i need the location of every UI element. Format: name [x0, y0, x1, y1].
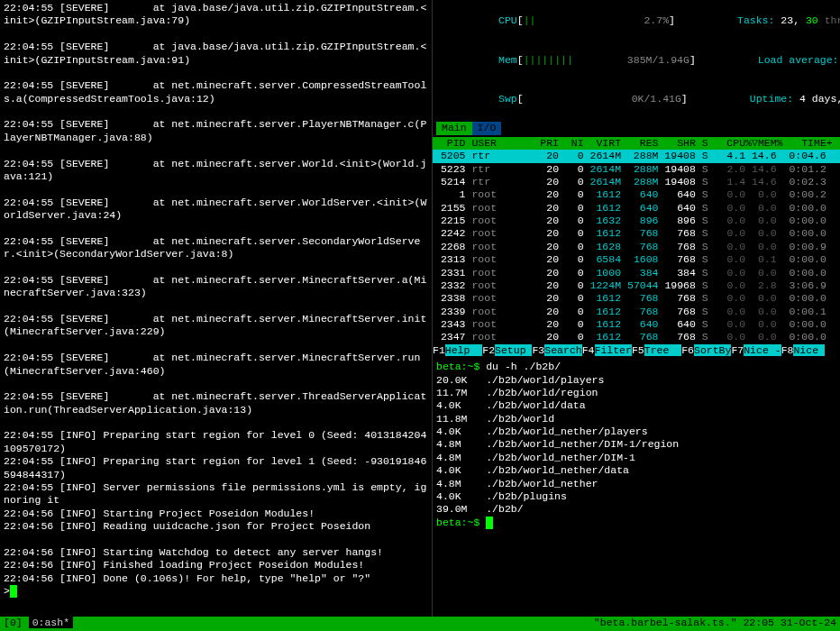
- log-line: 22:04:56 [INFO] Reading uuidcache.json f…: [4, 520, 428, 533]
- process-row[interactable]: 5205 rtr 20 0 2614M 288M 19408 S 4.1 14.…: [433, 150, 840, 162]
- log-line: 22:04:56 [INFO] Starting Project Poseido…: [4, 508, 428, 520]
- log-line: [4, 261, 428, 274]
- cursor-icon: [486, 517, 493, 529]
- shell-output-line: 4.0K ./b2b/world_nether/players: [436, 425, 836, 438]
- log-line: 22:04:55 [SEVERE] at net.minecraft.serve…: [4, 352, 428, 378]
- log-line: 22:04:56 [INFO] Done (0.106s)! For help,…: [4, 572, 428, 585]
- mem-value: 385M/1.94G: [627, 54, 689, 66]
- process-row[interactable]: 5214 rtr 20 0 2614M 288M 19408 S 1.4 14.…: [433, 176, 840, 188]
- log-line: [4, 416, 428, 429]
- shell-command: du -h ./b2b/: [479, 361, 561, 372]
- shell-output-line: 4.8M ./b2b/world_nether: [436, 478, 836, 490]
- log-line: [4, 222, 428, 234]
- log-line: 22:04:55 [SEVERE] at net.minecraft.serve…: [4, 235, 428, 261]
- fnkey-sortby[interactable]: SortBy: [694, 344, 731, 356]
- tmux-session[interactable]: [0]: [4, 617, 23, 628]
- process-row[interactable]: 2331 root 20 0 1000 384 384 S 0.0 0.0 0:…: [433, 267, 840, 279]
- fnkey-num: F2: [482, 344, 495, 356]
- log-line: [4, 144, 428, 157]
- htop-header: CPU[||2.7%] Tasks: 23, 30 thr, 60 kthr; …: [433, 0, 840, 137]
- process-row[interactable]: 2242 root 20 0 1612 768 768 S 0.0 0.0 0:…: [433, 227, 840, 240]
- log-line: [4, 339, 428, 352]
- htop-fnkeys: F1Help F2Setup F3SearchF4FilterF5Tree F6…: [433, 344, 840, 357]
- process-table-header[interactable]: PID USER PRI NI VIRT RES SHR S CPU%▽MEM%…: [433, 137, 840, 150]
- fnkey-filter[interactable]: Filter: [595, 344, 632, 356]
- process-row[interactable]: 2347 root 20 0 1612 768 768 S 0.0 0.0 0:…: [433, 331, 840, 343]
- log-line: 22:04:56 [INFO] Starting Watchdog to det…: [4, 546, 428, 559]
- shell-output-line: 11.7M ./b2b/world/region: [436, 387, 836, 399]
- cpu-bar: ||: [524, 14, 536, 26]
- htop-tabs: Main I/O: [436, 122, 836, 134]
- log-line: 22:04:55 [SEVERE] at net.minecraft.serve…: [4, 390, 428, 416]
- fnkey-num: F7: [731, 344, 744, 356]
- process-row[interactable]: 1 root 20 0 1612 640 640 S 0.0 0.0 0:00.…: [433, 188, 840, 201]
- tab-io[interactable]: I/O: [472, 122, 502, 134]
- process-row[interactable]: 2155 root 20 0 1612 640 640 S 0.0 0.0 0:…: [433, 202, 840, 215]
- shell-output-line: 11.8M ./b2b/world: [436, 413, 836, 425]
- log-line: 22:04:55 [SEVERE] at net.minecraft.serve…: [4, 118, 428, 144]
- fnkey-num: F5: [632, 344, 644, 356]
- fnkey-num: F3: [532, 344, 544, 356]
- uptime-label: Uptime:: [750, 93, 793, 105]
- fnkey-num: F1: [433, 344, 445, 356]
- log-line: [4, 183, 428, 196]
- log-line: [4, 300, 428, 313]
- tab-main[interactable]: Main: [436, 122, 472, 134]
- process-row[interactable]: 2339 root 20 0 1612 768 768 S 0.0 0.0 0:…: [433, 306, 840, 318]
- tasks-count: 23: [781, 14, 793, 26]
- log-line: 22:04:55 [SEVERE] at java.base/java.util…: [4, 41, 428, 67]
- process-row[interactable]: 2215 root 20 0 1632 896 896 S 0.0 0.0 0:…: [433, 215, 840, 227]
- log-line: 22:04:55 [SEVERE] at net.minecraft.serve…: [4, 79, 428, 105]
- fnkey-tree[interactable]: Tree: [644, 344, 681, 356]
- log-line: 22:04:55 [SEVERE] at net.minecraft.serve…: [4, 197, 428, 223]
- process-row[interactable]: 2313 root 20 0 6584 1608 768 S 0.0 0.1 0…: [433, 253, 840, 266]
- mem-label: Mem: [498, 54, 517, 66]
- fnkey-num: F4: [582, 344, 595, 356]
- tmux-status-bar[interactable]: [0] 0:ash* "beta.barbel-salak.ts." 22:05…: [0, 617, 840, 631]
- fnkey-search[interactable]: Search: [544, 344, 581, 356]
- uptime-value: 4 days, 23:11:47: [799, 93, 840, 105]
- shell-output-line: 4.0K ./b2b/plugins: [436, 490, 836, 503]
- cpu-label: CPU: [498, 14, 517, 26]
- fnkey-num: F6: [681, 344, 694, 356]
- log-line: 22:04:55 [SEVERE] at net.minecraft.serve…: [4, 313, 428, 339]
- process-table[interactable]: PID USER PRI NI VIRT RES SHR S CPU%▽MEM%…: [433, 137, 840, 344]
- log-prompt-line[interactable]: >: [4, 585, 428, 598]
- tmux-window[interactable]: 0:ash*: [29, 617, 73, 628]
- fnkey-nice -[interactable]: Nice -: [744, 344, 781, 356]
- shell-pane[interactable]: beta:~$ du -h ./b2b/ 20.0K ./b2b/world/p…: [433, 357, 840, 617]
- process-row[interactable]: 2343 root 20 0 1612 640 640 S 0.0 0.0 0:…: [433, 318, 840, 331]
- log-line: [4, 533, 428, 545]
- cursor-icon: [10, 585, 17, 598]
- process-row[interactable]: 2338 root 20 0 1612 768 768 S 0.0 0.0 0:…: [433, 292, 840, 305]
- log-line: 22:04:55 [INFO] Preparing start region f…: [4, 455, 428, 481]
- fnkey-help[interactable]: Help: [445, 344, 482, 356]
- shell-output: 20.0K ./b2b/world/players11.7M ./b2b/wor…: [436, 374, 836, 517]
- log-line: 22:04:55 [SEVERE] at net.minecraft.serve…: [4, 158, 428, 184]
- shell-output-line: 39.0M ./b2b/: [436, 503, 836, 516]
- cpu-value: 2.7%: [644, 14, 669, 26]
- load-label: Load average:: [758, 54, 839, 66]
- shell-output-line: 4.0K ./b2b/world_nether/data: [436, 464, 836, 477]
- fnkey-setup[interactable]: Setup: [495, 344, 532, 356]
- swp-value: 0K/1.41G: [632, 93, 681, 105]
- process-row[interactable]: 5223 rtr 20 0 2614M 288M 19408 S 2.0 14.…: [433, 163, 840, 176]
- log-line: 22:04:55 [INFO] Preparing start region f…: [4, 429, 428, 455]
- log-output: 22:04:55 [SEVERE] at java.base/java.util…: [4, 2, 428, 585]
- log-line: 22:04:55 [INFO] Server permissions file …: [4, 481, 428, 508]
- fnkey-nice[interactable]: Nice: [793, 344, 825, 356]
- process-row[interactable]: 2268 root 20 0 1628 768 768 S 0.0 0.0 0:…: [433, 241, 840, 253]
- shell-prompt: beta:~$: [436, 361, 479, 372]
- tasks-threads: 30: [806, 14, 818, 26]
- tasks-label: Tasks:: [737, 14, 774, 26]
- shell-output-line: 4.8M ./b2b/world_nether/DIM-1/region: [436, 438, 836, 451]
- log-line: 22:04:55 [SEVERE] at net.minecraft.serve…: [4, 274, 428, 300]
- shell-output-line: 4.0K ./b2b/world/data: [436, 399, 836, 412]
- shell-prompt-2[interactable]: beta:~$: [436, 517, 479, 528]
- log-line: 22:04:56 [INFO] Finished loading Project…: [4, 559, 428, 572]
- shell-output-line: 4.8M ./b2b/world_nether/DIM-1: [436, 452, 836, 464]
- process-row[interactable]: 2332 root 20 0 1224M 57044 19968 S 0.0 2…: [433, 279, 840, 292]
- server-log-pane[interactable]: 22:04:55 [SEVERE] at java.base/java.util…: [0, 0, 433, 617]
- log-line: 22:04:55 [SEVERE] at java.base/java.util…: [4, 2, 428, 28]
- mem-bar: ||||||||: [524, 54, 573, 66]
